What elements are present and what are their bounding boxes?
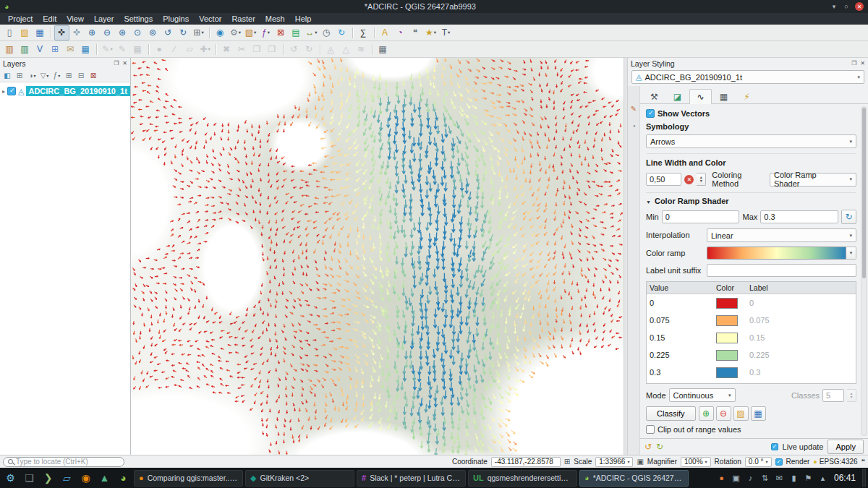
cut-features-icon[interactable]: ✂ xyxy=(234,42,250,57)
layer-visibility-checkbox[interactable] xyxy=(7,87,16,95)
scale-combo[interactable]: 1:33966 xyxy=(595,457,633,467)
zoom-to-layer-icon[interactable]: ⊚ xyxy=(145,25,161,40)
measure-icon[interactable]: ↔▾ xyxy=(304,25,319,40)
color-map-row[interactable]: 0.15 0.15 xyxy=(647,329,856,346)
zoom-out-icon[interactable]: ⊖ xyxy=(100,25,115,40)
expand-layer-icon[interactable]: ▸ xyxy=(2,88,5,95)
zoom-in-icon[interactable]: ⊕ xyxy=(85,25,100,40)
window-menu-icon[interactable]: ▾ xyxy=(829,3,839,10)
min-input[interactable] xyxy=(662,210,740,223)
layer-item[interactable]: ▸ ◬ ADCIRC_BG_20190910_1t xyxy=(0,85,130,98)
float-panel-icon[interactable]: ❐ xyxy=(851,60,856,67)
zoom-next-icon[interactable]: ↻ xyxy=(176,25,191,40)
interpolation-combo[interactable]: Linear xyxy=(707,228,856,242)
tray-volume-icon[interactable]: ♪ xyxy=(744,472,757,484)
app-launcher-icon[interactable]: ⚙ xyxy=(2,470,19,487)
locate-box[interactable] xyxy=(3,457,124,467)
clear-value-icon[interactable] xyxy=(684,175,694,184)
select-features-icon[interactable]: ▧▾ xyxy=(243,25,258,40)
mesh-calculator-icon[interactable]: ▦ xyxy=(78,42,93,57)
add-point-icon[interactable]: ● xyxy=(152,42,167,57)
reload-min-max-icon[interactable]: ↻ xyxy=(841,210,856,224)
redo-icon[interactable]: ↻ xyxy=(302,42,317,57)
color-swatch[interactable] xyxy=(716,333,738,343)
line-width-input[interactable]: 0,50 xyxy=(646,173,681,186)
delete-selected-icon[interactable]: ✖ xyxy=(219,42,234,57)
menu-settings[interactable]: Settings xyxy=(119,13,158,25)
taskbar-task[interactable]: # Slack | * peterp | Lutra Con... xyxy=(357,470,466,487)
statistical-summary-icon[interactable]: ∑ xyxy=(356,25,371,40)
remove-class-icon[interactable]: ⊖ xyxy=(716,406,731,421)
lock-scale-icon[interactable]: ▣ xyxy=(637,458,643,466)
paste-features-icon[interactable]: ❒ xyxy=(265,42,280,57)
styling-history-icon[interactable]: ◔ xyxy=(629,121,639,132)
show-desktop-strip[interactable] xyxy=(862,469,866,487)
system-monitor-icon[interactable]: ▲ xyxy=(96,470,113,487)
coloring-method-combo[interactable]: Color Ramp Shader xyxy=(770,173,856,187)
temporal-controller-icon[interactable]: ◷ xyxy=(319,25,334,40)
color-map-row[interactable]: 0 0 xyxy=(647,294,856,312)
menu-vector[interactable]: Vector xyxy=(194,13,226,25)
label-unit-suffix-input[interactable] xyxy=(707,264,856,277)
max-input[interactable] xyxy=(760,210,838,223)
close-icon[interactable]: ✕ xyxy=(855,2,864,11)
apply-button[interactable]: Apply xyxy=(827,440,864,454)
menu-view[interactable]: View xyxy=(61,13,89,25)
mesh-digitizing-icon[interactable]: ◬ xyxy=(323,42,339,57)
symbology-combo[interactable]: Arrows xyxy=(646,134,856,148)
copy-features-icon[interactable]: ❐ xyxy=(250,42,265,57)
rotation-spinner[interactable]: 0.0 ° xyxy=(745,457,772,467)
data-source-manager-icon[interactable]: ▥ xyxy=(2,42,17,57)
tray-network-icon[interactable]: ⇅ xyxy=(759,472,771,484)
layer-diagram-icon[interactable]: ◔ xyxy=(393,25,408,40)
map-canvas[interactable] xyxy=(131,58,624,455)
color-map-row[interactable]: 0.225 0.225 xyxy=(647,346,856,364)
save-edits-icon[interactable]: ▦ xyxy=(130,42,145,57)
tab-rendering[interactable]: ▦ xyxy=(712,89,735,104)
tray-update-icon[interactable]: ● xyxy=(715,472,728,484)
menu-mesh[interactable]: Mesh xyxy=(260,13,290,25)
float-panel-icon[interactable]: ❐ xyxy=(114,60,119,67)
locate-input[interactable] xyxy=(16,458,119,466)
dolphin-icon[interactable]: ▱ xyxy=(59,470,75,487)
taskbar-task[interactable]: UL qgsmeshrenderersettings.h... xyxy=(468,470,577,487)
new-geopackage-icon[interactable]: ▥ xyxy=(17,42,33,57)
render-checkbox[interactable] xyxy=(775,458,783,466)
tab-metadata[interactable]: ⚡ xyxy=(736,89,758,104)
save-project-icon[interactable]: ▦ xyxy=(33,25,48,40)
color-swatch[interactable] xyxy=(716,315,738,326)
run-feature-action-icon[interactable]: ⚙▾ xyxy=(228,25,243,40)
deselect-features-icon[interactable]: ⊠ xyxy=(273,25,289,40)
clip-out-of-range-checkbox[interactable] xyxy=(646,425,655,434)
identify-features-icon[interactable]: ◉ xyxy=(213,25,228,40)
panel-redo-icon[interactable]: ↻ xyxy=(656,442,663,452)
menu-raster[interactable]: Raster xyxy=(226,13,260,25)
qgis-launcher-icon[interactable]: ◕ xyxy=(115,470,132,487)
menu-help[interactable]: Help xyxy=(290,13,317,25)
live-update-checkbox[interactable] xyxy=(771,443,778,450)
classify-button[interactable]: Classify xyxy=(646,406,696,421)
titlebar[interactable]: ◕ *ADCIRC - QGIS 26427ab9993 ▾ ○ ✕ xyxy=(0,0,868,13)
panel-undo-icon[interactable]: ↺ xyxy=(644,442,652,452)
tray-battery-icon[interactable]: ▮ xyxy=(788,472,800,484)
styling-symbology-icon[interactable]: ✎ xyxy=(629,103,639,114)
color-swatch[interactable] xyxy=(716,367,738,378)
open-layer-styling-icon[interactable]: ◧ xyxy=(1,69,14,82)
firefox-icon[interactable]: ◉ xyxy=(77,470,94,487)
undo-icon[interactable]: ↺ xyxy=(286,42,302,57)
zoom-to-selection-icon[interactable]: ⊙ xyxy=(130,25,145,40)
new-virtual-layer-icon[interactable]: ⊞ xyxy=(48,42,63,57)
new-project-icon[interactable]: ▯ xyxy=(2,25,17,40)
pan-to-selection-icon[interactable]: ✜ xyxy=(69,25,85,40)
text-annotation-icon[interactable]: T▾ xyxy=(438,25,454,40)
vertex-tool-icon[interactable]: ✚▾ xyxy=(197,42,213,57)
new-shapefile-icon[interactable]: V xyxy=(33,42,48,57)
add-line-icon[interactable]: ∕ xyxy=(167,42,182,57)
classes-spinner[interactable] xyxy=(847,389,856,402)
tray-clipboard-icon[interactable]: ▣ xyxy=(730,472,742,484)
mode-combo[interactable]: Continuous xyxy=(669,388,736,402)
tray-mail-icon[interactable]: ✉ xyxy=(773,472,786,484)
taskbar-task[interactable]: ● Comparing qgis:master...vcl... xyxy=(134,470,243,487)
color-swatch[interactable] xyxy=(716,350,738,361)
select-by-expression-icon[interactable]: ƒ▾ xyxy=(258,25,273,40)
